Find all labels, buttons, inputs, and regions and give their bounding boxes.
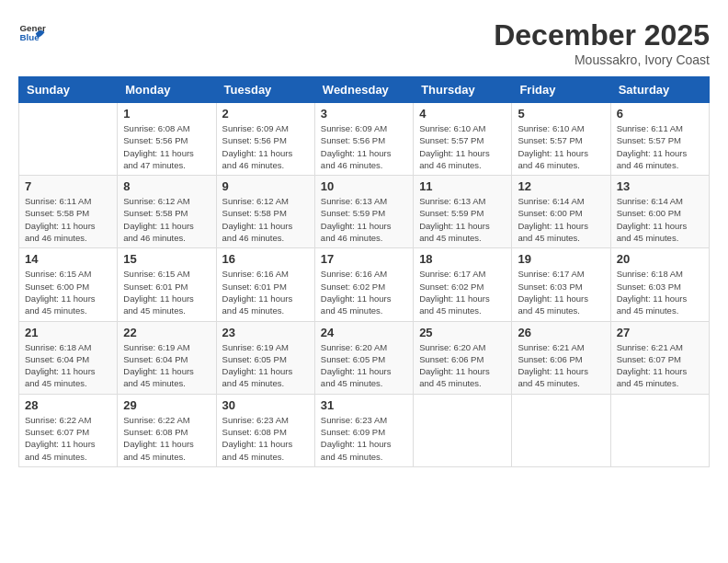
- day-info: Sunrise: 6:20 AMSunset: 6:06 PMDaylight:…: [419, 341, 506, 390]
- calendar-cell: 1Sunrise: 6:08 AMSunset: 5:56 PMDaylight…: [118, 103, 216, 176]
- day-number: 9: [222, 179, 309, 193]
- calendar-cell: 13Sunrise: 6:14 AMSunset: 6:00 PMDayligh…: [610, 176, 709, 248]
- day-info: Sunrise: 6:20 AMSunset: 6:05 PMDaylight:…: [321, 341, 407, 390]
- calendar-cell: 20Sunrise: 6:18 AMSunset: 6:03 PMDayligh…: [610, 248, 709, 321]
- day-info: Sunrise: 6:12 AMSunset: 5:58 PMDaylight:…: [123, 195, 210, 244]
- calendar-cell: [19, 103, 118, 176]
- day-header-wednesday: Wednesday: [314, 77, 413, 103]
- calendar-cell: 4Sunrise: 6:10 AMSunset: 5:57 PMDaylight…: [414, 103, 512, 176]
- day-info: Sunrise: 6:08 AMSunset: 5:56 PMDaylight:…: [123, 122, 210, 171]
- calendar-cell: 21Sunrise: 6:18 AMSunset: 6:04 PMDayligh…: [19, 321, 118, 394]
- day-info: Sunrise: 6:17 AMSunset: 6:03 PMDaylight:…: [518, 268, 604, 316]
- calendar-cell: 30Sunrise: 6:23 AMSunset: 6:08 PMDayligh…: [216, 394, 314, 466]
- day-info: Sunrise: 6:13 AMSunset: 5:59 PMDaylight:…: [321, 195, 407, 244]
- calendar-week-2: 7Sunrise: 6:11 AMSunset: 5:58 PMDaylight…: [19, 176, 710, 248]
- day-number: 24: [321, 326, 407, 339]
- day-info: Sunrise: 6:09 AMSunset: 5:56 PMDaylight:…: [321, 122, 407, 171]
- day-info: Sunrise: 6:15 AMSunset: 6:00 PMDaylight:…: [25, 268, 111, 316]
- day-info: Sunrise: 6:10 AMSunset: 5:57 PMDaylight:…: [419, 122, 506, 171]
- calendar-cell: 31Sunrise: 6:23 AMSunset: 6:09 PMDayligh…: [314, 394, 413, 466]
- title-area: December 2025 Moussakro, Ivory Coast: [494, 18, 710, 67]
- day-info: Sunrise: 6:15 AMSunset: 6:01 PMDaylight:…: [123, 268, 210, 316]
- day-info: Sunrise: 6:13 AMSunset: 5:59 PMDaylight:…: [419, 195, 506, 244]
- day-info: Sunrise: 6:21 AMSunset: 6:06 PMDaylight:…: [518, 341, 604, 390]
- day-number: 29: [123, 398, 210, 412]
- day-info: Sunrise: 6:23 AMSunset: 6:09 PMDaylight:…: [321, 414, 407, 463]
- calendar-cell: 22Sunrise: 6:19 AMSunset: 6:04 PMDayligh…: [118, 321, 216, 394]
- day-number: 6: [617, 107, 703, 121]
- day-number: 11: [419, 179, 506, 193]
- location: Moussakro, Ivory Coast: [494, 52, 710, 67]
- day-info: Sunrise: 6:16 AMSunset: 6:01 PMDaylight:…: [222, 268, 309, 316]
- day-info: Sunrise: 6:22 AMSunset: 6:08 PMDaylight:…: [123, 414, 210, 463]
- calendar-cell: 23Sunrise: 6:19 AMSunset: 6:05 PMDayligh…: [216, 321, 314, 394]
- day-info: Sunrise: 6:22 AMSunset: 6:07 PMDaylight:…: [25, 414, 111, 463]
- day-info: Sunrise: 6:10 AMSunset: 5:57 PMDaylight:…: [518, 122, 604, 171]
- day-number: 22: [123, 326, 210, 339]
- calendar-cell: 11Sunrise: 6:13 AMSunset: 5:59 PMDayligh…: [414, 176, 512, 248]
- calendar-cell: 2Sunrise: 6:09 AMSunset: 5:56 PMDaylight…: [216, 103, 314, 176]
- day-number: 5: [518, 107, 604, 121]
- day-header-monday: Monday: [118, 77, 216, 103]
- day-number: 12: [518, 179, 604, 193]
- calendar-cell: 28Sunrise: 6:22 AMSunset: 6:07 PMDayligh…: [19, 394, 118, 466]
- logo: General Blue: [18, 18, 46, 46]
- calendar-cell: 27Sunrise: 6:21 AMSunset: 6:07 PMDayligh…: [610, 321, 709, 394]
- day-info: Sunrise: 6:19 AMSunset: 6:05 PMDaylight:…: [222, 341, 309, 390]
- day-info: Sunrise: 6:16 AMSunset: 6:02 PMDaylight:…: [321, 268, 407, 316]
- calendar-cell: 26Sunrise: 6:21 AMSunset: 6:06 PMDayligh…: [512, 321, 610, 394]
- logo-icon: General Blue: [18, 18, 46, 46]
- calendar-cell: 15Sunrise: 6:15 AMSunset: 6:01 PMDayligh…: [118, 248, 216, 321]
- day-number: 7: [25, 179, 111, 193]
- day-number: 26: [518, 326, 604, 339]
- day-info: Sunrise: 6:23 AMSunset: 6:08 PMDaylight:…: [222, 414, 309, 463]
- calendar-cell: 19Sunrise: 6:17 AMSunset: 6:03 PMDayligh…: [512, 248, 610, 321]
- calendar-cell: 5Sunrise: 6:10 AMSunset: 5:57 PMDaylight…: [512, 103, 610, 176]
- day-number: 25: [419, 326, 506, 339]
- day-header-sunday: Sunday: [19, 77, 118, 103]
- day-number: 14: [25, 252, 111, 266]
- calendar-week-1: 1Sunrise: 6:08 AMSunset: 5:56 PMDaylight…: [19, 103, 710, 176]
- day-number: 21: [25, 326, 111, 339]
- day-number: 3: [321, 107, 407, 121]
- day-info: Sunrise: 6:18 AMSunset: 6:03 PMDaylight:…: [617, 268, 703, 316]
- day-info: Sunrise: 6:11 AMSunset: 5:58 PMDaylight:…: [25, 195, 111, 244]
- calendar-cell: 29Sunrise: 6:22 AMSunset: 6:08 PMDayligh…: [118, 394, 216, 466]
- day-header-friday: Friday: [512, 77, 610, 103]
- calendar-cell: 16Sunrise: 6:16 AMSunset: 6:01 PMDayligh…: [216, 248, 314, 321]
- calendar-cell: [610, 394, 709, 466]
- day-number: 16: [222, 252, 309, 266]
- day-info: Sunrise: 6:19 AMSunset: 6:04 PMDaylight:…: [123, 341, 210, 390]
- day-number: 17: [321, 252, 407, 266]
- day-number: 18: [419, 252, 506, 266]
- day-info: Sunrise: 6:14 AMSunset: 6:00 PMDaylight:…: [617, 195, 703, 244]
- calendar-cell: 17Sunrise: 6:16 AMSunset: 6:02 PMDayligh…: [314, 248, 413, 321]
- day-number: 13: [617, 179, 703, 193]
- calendar-cell: [414, 394, 512, 466]
- day-number: 2: [222, 107, 309, 121]
- calendar-week-4: 21Sunrise: 6:18 AMSunset: 6:04 PMDayligh…: [19, 321, 710, 394]
- calendar-cell: 8Sunrise: 6:12 AMSunset: 5:58 PMDaylight…: [118, 176, 216, 248]
- day-info: Sunrise: 6:18 AMSunset: 6:04 PMDaylight:…: [25, 341, 111, 390]
- day-number: 10: [321, 179, 407, 193]
- calendar-cell: 14Sunrise: 6:15 AMSunset: 6:00 PMDayligh…: [19, 248, 118, 321]
- calendar-cell: 7Sunrise: 6:11 AMSunset: 5:58 PMDaylight…: [19, 176, 118, 248]
- day-header-tuesday: Tuesday: [216, 77, 314, 103]
- day-info: Sunrise: 6:12 AMSunset: 5:58 PMDaylight:…: [222, 195, 309, 244]
- calendar-week-5: 28Sunrise: 6:22 AMSunset: 6:07 PMDayligh…: [19, 394, 710, 466]
- day-number: 1: [123, 107, 210, 121]
- day-number: 30: [222, 398, 309, 412]
- day-number: 20: [617, 252, 703, 266]
- day-number: 19: [518, 252, 604, 266]
- calendar-cell: 10Sunrise: 6:13 AMSunset: 5:59 PMDayligh…: [314, 176, 413, 248]
- calendar-cell: 9Sunrise: 6:12 AMSunset: 5:58 PMDaylight…: [216, 176, 314, 248]
- calendar-cell: 25Sunrise: 6:20 AMSunset: 6:06 PMDayligh…: [414, 321, 512, 394]
- calendar-cell: 6Sunrise: 6:11 AMSunset: 5:57 PMDaylight…: [610, 103, 709, 176]
- day-info: Sunrise: 6:17 AMSunset: 6:02 PMDaylight:…: [419, 268, 506, 316]
- day-header-saturday: Saturday: [610, 77, 709, 103]
- calendar-week-3: 14Sunrise: 6:15 AMSunset: 6:00 PMDayligh…: [19, 248, 710, 321]
- calendar-cell: 3Sunrise: 6:09 AMSunset: 5:56 PMDaylight…: [314, 103, 413, 176]
- day-info: Sunrise: 6:21 AMSunset: 6:07 PMDaylight:…: [617, 341, 703, 390]
- day-number: 31: [321, 398, 407, 412]
- page-header: General Blue December 2025 Moussakro, Iv…: [18, 18, 710, 67]
